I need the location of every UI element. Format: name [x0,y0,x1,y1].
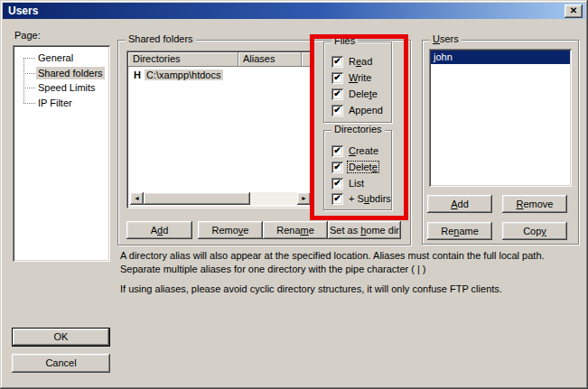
users-group-label: Users [430,33,462,45]
check-icon: ✔ [333,193,341,203]
directories-group-label: Directories [331,124,385,135]
rename-folder-button[interactable]: Rename [263,221,328,239]
ok-button[interactable]: OK [12,328,110,347]
check-icon: ✔ [333,56,341,66]
write-label: Write [348,72,372,83]
create-label: Create [348,145,379,156]
delete-dir-checkbox[interactable]: ✔ [331,162,343,173]
directory-path: C:\xampp\htdocs [145,69,223,80]
directories-group: Directories ✔Create ✔Delete ✔List ✔+ Sub… [323,130,392,210]
delete-dir-checkbox-row[interactable]: ✔Delete [331,161,378,173]
subdirs-checkbox[interactable]: ✔ [331,193,343,205]
check-icon: ✔ [333,145,341,155]
delete-file-checkbox-row[interactable]: ✔Delete [331,88,378,100]
page-tree[interactable]: General Shared folders Speed Limits IP F… [13,45,110,262]
remove-folder-button[interactable]: Remove [198,221,263,239]
delete-dir-label: Delete [348,162,378,172]
tree-connector [23,73,35,74]
page-item-speed-limits[interactable]: Speed Limits [36,81,98,94]
append-checkbox[interactable]: ✔ [331,105,343,116]
check-icon: ✔ [333,72,341,82]
scrollbar-thumb[interactable] [144,192,250,205]
alias-note-line1: A directory alias will also appear at th… [120,249,574,276]
add-user-button[interactable]: Add [427,195,492,213]
users-listbox[interactable]: john [429,49,572,187]
read-checkbox[interactable]: ✔ [331,56,343,68]
tree-connector [23,88,35,88]
check-icon: ✔ [333,178,341,188]
home-dir-marker: H [134,69,141,80]
page-item-general[interactable]: General [36,51,75,64]
users-dialog: Users ✕ Page: General Shared folders Spe… [0,0,588,389]
check-icon: ✔ [333,162,341,171]
add-folder-button[interactable]: Add [126,221,192,239]
append-label: Append [348,105,384,116]
check-icon: ✔ [333,88,341,98]
alias-note-line2: If using aliases, please avoid cyclic di… [120,282,574,296]
column-header-filler [302,52,313,67]
create-checkbox[interactable]: ✔ [331,145,343,157]
delete-file-checkbox[interactable]: ✔ [331,88,343,100]
title-bar[interactable]: Users [3,3,585,19]
read-label: Read [348,56,373,67]
listview-header: Directories Aliases [128,52,313,67]
page-item-shared-folders[interactable]: Shared folders [36,67,105,79]
close-icon: ✕ [570,5,577,15]
read-checkbox-row[interactable]: ✔Read [331,55,373,68]
page-item-ip-filter[interactable]: IP Filter [36,97,74,109]
page-label: Page: [14,30,41,41]
directory-row[interactable]: HC:\xampp\htdocs [128,69,313,82]
directories-listview[interactable]: Directories Aliases HC:\xampp\htdocs ◄ ► [126,51,314,208]
files-group-label: Files [331,35,358,47]
column-header-aliases[interactable]: Aliases [238,52,302,67]
append-checkbox-row[interactable]: ✔Append [331,104,384,116]
check-icon: ✔ [333,105,341,115]
cancel-button[interactable]: Cancel [12,354,110,373]
subdirs-label: + Subdirs [348,193,392,204]
create-checkbox-row[interactable]: ✔Create [331,144,379,157]
subdirs-checkbox-row[interactable]: ✔+ Subdirs [331,192,392,205]
user-list-item[interactable]: john [431,51,570,64]
set-home-dir-button[interactable]: Set as home dir [328,221,401,239]
scroll-left-arrow-icon[interactable]: ◄ [130,192,144,205]
shared-folders-group-label: Shared folders [126,33,196,45]
write-checkbox-row[interactable]: ✔Write [331,71,372,84]
tree-connector [23,58,35,59]
tree-connector [23,103,35,104]
list-label: List [348,178,365,189]
scroll-right-arrow-icon[interactable]: ► [297,192,311,205]
delete-file-label: Delete [348,88,378,99]
close-button[interactable]: ✕ [565,5,583,18]
copy-user-button[interactable]: Copy [502,222,567,240]
list-checkbox-row[interactable]: ✔List [331,177,365,190]
horizontal-scrollbar[interactable]: ◄ ► [130,192,311,205]
alias-notes: A directory alias will also appear at th… [120,249,574,302]
remove-user-button[interactable]: Remove [502,195,567,213]
column-header-directories[interactable]: Directories [128,52,238,67]
files-group: Files ✔Read ✔Write ✔Delete ✔Append [323,42,392,123]
rename-user-button[interactable]: Rename [427,222,492,240]
write-checkbox[interactable]: ✔ [331,72,343,84]
tree-connector-line [23,58,24,103]
window-title: Users [8,5,38,17]
list-checkbox[interactable]: ✔ [331,178,343,190]
